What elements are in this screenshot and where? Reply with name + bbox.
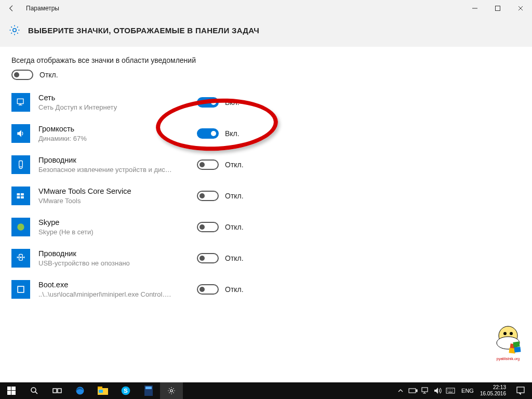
item-toggle[interactable]	[197, 128, 219, 139]
app-icon	[11, 280, 30, 299]
icon-row: ПроводникUSB-устройство не опознаноОткл.	[11, 245, 521, 271]
item-name: Boot.exe	[38, 280, 197, 290]
svg-rect-40	[422, 388, 428, 392]
svg-rect-38	[409, 389, 416, 393]
item-subtitle: USB-устройство не опознано	[38, 259, 197, 268]
svg-point-15	[503, 332, 507, 335]
item-toggle-state: Откл.	[225, 254, 244, 262]
content-area: Всегда отображать все значки в области у…	[0, 47, 532, 302]
taskbar-app-settings[interactable]	[160, 382, 183, 399]
svg-rect-28	[58, 389, 61, 393]
item-subtitle: Skype (Не в сети)	[38, 228, 197, 236]
taskbar-app-skype[interactable]: S	[114, 382, 137, 399]
task-view-button[interactable]	[46, 382, 69, 399]
clock-time: 22:13	[480, 384, 506, 391]
svg-point-2	[13, 29, 16, 32]
svg-rect-39	[416, 390, 417, 392]
taskbar: S ENG 22:13 16.05.2016	[0, 382, 532, 399]
svg-text:S: S	[124, 387, 128, 394]
svg-point-16	[510, 332, 513, 335]
svg-point-11	[20, 257, 21, 258]
tray-network-icon[interactable]	[421, 386, 430, 395]
svg-rect-4	[19, 161, 23, 167]
svg-point-26	[31, 388, 36, 392]
search-button[interactable]	[23, 382, 46, 399]
svg-rect-19	[513, 341, 520, 348]
language-indicator[interactable]: ENG	[461, 388, 474, 394]
app-icon	[11, 218, 30, 236]
item-toggle[interactable]	[197, 191, 219, 201]
app-icon	[11, 124, 30, 143]
svg-rect-31	[98, 387, 102, 389]
item-toggle[interactable]	[197, 284, 219, 295]
icon-row: Boot.exe..\..\usr\local\miniperl\miniper…	[11, 276, 521, 302]
svg-point-9	[17, 223, 24, 230]
tray-keyboard-icon[interactable]	[446, 386, 455, 395]
item-name: VMware Tools Core Service	[38, 187, 197, 196]
taskbar-app-edge[interactable]	[69, 382, 91, 399]
svg-rect-36	[145, 387, 152, 389]
page-header: ВЫБЕРИТЕ ЗНАЧКИ, ОТОБРАЖАЕМЫЕ В ПАНЕЛИ З…	[0, 17, 532, 47]
item-subtitle: Сеть Доступ к Интернету	[38, 103, 197, 112]
svg-point-37	[170, 390, 173, 392]
item-toggle-state: Откл.	[225, 285, 244, 294]
taskbar-app-explorer[interactable]	[91, 382, 114, 399]
watermark-text: pyatilistnik.org	[497, 357, 520, 361]
svg-rect-7	[17, 196, 20, 198]
item-name: Сеть	[38, 93, 197, 103]
master-toggle-label: Всегда отображать все значки в области у…	[11, 56, 521, 64]
tray-battery-icon[interactable]	[408, 386, 418, 395]
action-center-button[interactable]	[512, 382, 529, 399]
tray-chevron-up-icon[interactable]	[396, 386, 405, 395]
watermark-logo: pyatilistnik.org	[487, 320, 529, 362]
close-button[interactable]	[509, 0, 532, 17]
item-subtitle: Безопасное извлечение устройств и дис…	[38, 165, 197, 174]
svg-rect-3	[17, 99, 23, 103]
item-toggle-state: Вкл.	[225, 129, 240, 138]
item-toggle[interactable]	[197, 222, 219, 232]
app-icon	[11, 249, 30, 268]
item-subtitle: Динамики: 67%	[38, 134, 197, 143]
start-button[interactable]	[0, 382, 23, 399]
svg-rect-42	[517, 387, 524, 393]
item-toggle[interactable]	[197, 97, 219, 108]
master-toggle-state: Откл.	[39, 71, 58, 79]
page-title: ВЫБЕРИТЕ ЗНАЧКИ, ОТОБРАЖАЕМЫЕ В ПАНЕЛИ З…	[28, 26, 259, 35]
maximize-button[interactable]	[486, 0, 509, 17]
svg-rect-25	[11, 391, 16, 395]
svg-rect-13	[18, 287, 23, 292]
svg-rect-8	[21, 196, 24, 198]
svg-rect-23	[11, 387, 16, 390]
item-name: Проводник	[38, 155, 197, 165]
window-title: Параметры	[26, 5, 59, 12]
gear-icon	[8, 24, 21, 36]
back-button[interactable]	[4, 1, 19, 16]
window-controls	[463, 0, 532, 17]
item-subtitle: ..\..\usr\local\miniperl\miniperl.exe Co…	[38, 290, 197, 299]
svg-rect-1	[496, 6, 500, 11]
item-toggle-state: Откл.	[225, 192, 244, 200]
taskbar-clock[interactable]: 22:13 16.05.2016	[480, 384, 508, 397]
item-name: Громкость	[38, 124, 197, 134]
item-toggle-state: Откл.	[225, 161, 244, 169]
system-tray	[396, 386, 455, 395]
icon-row: ГромкостьДинамики: 67%Вкл.	[11, 121, 521, 147]
item-toggle[interactable]	[197, 159, 219, 170]
tray-volume-icon[interactable]	[433, 386, 443, 395]
minimize-button[interactable]	[463, 0, 486, 17]
master-toggle[interactable]	[11, 70, 33, 80]
item-toggle[interactable]	[197, 253, 219, 263]
svg-rect-27	[53, 389, 57, 393]
svg-rect-5	[17, 193, 20, 195]
svg-rect-21	[514, 347, 521, 352]
taskbar-app-generic[interactable]	[137, 382, 160, 399]
svg-rect-24	[7, 391, 11, 395]
app-icon	[11, 187, 30, 205]
item-name: Skype	[38, 218, 197, 228]
item-toggle-state: Вкл.	[225, 98, 240, 107]
svg-rect-6	[21, 193, 24, 195]
icon-row: ПроводникБезопасное извлечение устройств…	[11, 152, 521, 178]
titlebar: Параметры	[0, 0, 532, 17]
app-icon	[11, 155, 30, 174]
app-icon	[11, 93, 30, 112]
